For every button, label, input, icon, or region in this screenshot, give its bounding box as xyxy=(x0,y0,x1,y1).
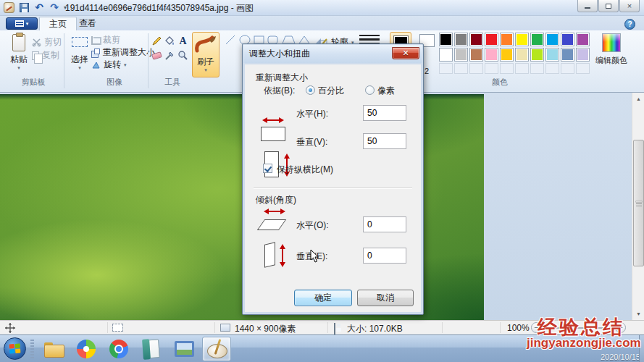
palette-swatch[interactable] xyxy=(545,63,559,74)
close-button[interactable]: × xyxy=(619,0,640,12)
edit-colors-button[interactable]: 编辑颜色 xyxy=(593,33,630,66)
taskbar-app-browser-360[interactable] xyxy=(72,337,101,361)
rotate-button[interactable]: 旋转 ▾ xyxy=(91,59,127,71)
taskbar-app-chrome[interactable] xyxy=(104,337,133,361)
tray-date[interactable]: 2020/10/15 xyxy=(601,353,640,361)
taskbar-app-explorer[interactable] xyxy=(39,337,68,361)
rotate-icon xyxy=(91,60,101,70)
palette-swatch[interactable] xyxy=(469,63,483,74)
help-icon[interactable]: ? xyxy=(624,19,635,30)
copy-button[interactable]: 复制 xyxy=(32,49,59,62)
horizontal-arrow-icon xyxy=(262,117,284,124)
palette-swatch[interactable] xyxy=(454,48,468,62)
scroll-down-button[interactable]: ▼ xyxy=(632,308,644,320)
radio-pixels-label[interactable]: 像素 xyxy=(377,85,395,97)
tab-view[interactable]: 查看 xyxy=(70,17,106,30)
palette-swatch[interactable] xyxy=(530,33,544,46)
radio-percentage-label[interactable]: 百分比 xyxy=(318,85,344,97)
scroll-up-button[interactable]: ▲ xyxy=(632,93,644,105)
palette-swatch[interactable] xyxy=(561,63,574,74)
palette-swatch[interactable] xyxy=(454,33,468,46)
taskbar-app-paint[interactable] xyxy=(202,337,231,361)
fill-tool[interactable] xyxy=(164,35,176,47)
file-size-icon xyxy=(334,323,335,334)
radio-pixels[interactable] xyxy=(365,85,375,95)
window-title: 191d4114e0696e796d1f4f435078945a.jpg - 画… xyxy=(65,2,254,14)
cut-button[interactable]: 剪切 xyxy=(32,36,62,49)
pencil-tool[interactable] xyxy=(151,35,163,47)
cancel-button[interactable]: 取消 xyxy=(357,290,414,306)
crop-button[interactable]: 裁剪 xyxy=(91,34,120,46)
palette-swatch[interactable] xyxy=(515,33,529,46)
palette-swatch[interactable] xyxy=(576,33,590,46)
palette-row-1 xyxy=(439,33,591,46)
resize-button[interactable]: 重新调整大小 xyxy=(91,46,155,59)
image-group-label: 图像 xyxy=(101,77,127,88)
brushes-button[interactable]: 刷子 ▾ xyxy=(192,32,219,77)
palette-swatch[interactable] xyxy=(469,33,483,46)
start-button[interactable] xyxy=(4,337,26,360)
magnifier-tool[interactable] xyxy=(177,49,189,62)
taskbar-grip xyxy=(30,340,34,358)
file-menu-button[interactable]: ▾ xyxy=(6,17,38,30)
photo-viewer-icon xyxy=(175,341,194,357)
horizontal-resize-label: 水平(H): xyxy=(296,108,328,120)
eyedropper-icon xyxy=(164,50,175,61)
palette-swatch[interactable] xyxy=(500,63,514,74)
palette-swatch[interactable] xyxy=(561,33,574,46)
palette-swatch[interactable] xyxy=(485,33,498,46)
palette-swatch[interactable] xyxy=(454,63,468,74)
keep-aspect-label[interactable]: 保持纵横比(M) xyxy=(277,164,333,176)
scrollbar-thumb[interactable] xyxy=(633,140,644,266)
redo-icon[interactable]: ↷ xyxy=(49,1,60,13)
palette-swatch[interactable] xyxy=(485,63,498,74)
vertical-skew-input[interactable] xyxy=(363,248,406,264)
titlebar[interactable]: ↶ ↷ ▾ 191d4114e0696e796d1f4f435078945a.j… xyxy=(0,0,644,16)
taskbar-app-photo-viewer[interactable] xyxy=(170,337,198,361)
palette-swatch[interactable] xyxy=(439,33,453,46)
palette-swatch[interactable] xyxy=(500,33,514,46)
color2-label: 2 xyxy=(425,67,429,75)
eraser-tool[interactable] xyxy=(151,49,163,62)
dialog-body: 重新调整大小 依据(B): 百分比 像素 水平(H): 垂直(V): 保持纵横比… xyxy=(245,64,421,312)
palette-swatch[interactable] xyxy=(500,48,514,62)
radio-percentage[interactable] xyxy=(306,85,315,95)
dialog-close-button[interactable]: ✕ xyxy=(392,47,419,59)
palette-swatch[interactable] xyxy=(485,48,498,62)
horizontal-resize-input[interactable] xyxy=(363,105,406,121)
palette-swatch[interactable] xyxy=(545,48,559,62)
palette-swatch[interactable] xyxy=(439,63,453,74)
palette-swatch[interactable] xyxy=(439,48,453,62)
minimize-button[interactable] xyxy=(577,0,598,12)
vertical-resize-input[interactable] xyxy=(363,133,406,149)
ok-button[interactable]: 确定 xyxy=(294,290,352,306)
horizontal-resize-icon xyxy=(261,127,285,141)
palette-swatch[interactable] xyxy=(530,48,544,62)
taskbar-app-notepad[interactable] xyxy=(137,337,166,361)
palette-swatch[interactable] xyxy=(469,48,483,62)
text-tool[interactable]: A xyxy=(177,35,189,47)
vertical-scrollbar[interactable]: ▲ ▼ xyxy=(632,93,644,320)
save-icon[interactable] xyxy=(18,1,30,13)
restore-button[interactable] xyxy=(598,0,619,12)
statusbar-divider xyxy=(107,322,108,333)
paste-button[interactable]: 粘贴 ▾ xyxy=(6,33,32,76)
paint-app-icon[interactable] xyxy=(3,1,14,13)
fill-bucket-icon xyxy=(164,35,175,46)
palette-swatch[interactable] xyxy=(545,33,559,46)
palette-swatch[interactable] xyxy=(515,48,529,62)
undo-icon[interactable]: ↶ xyxy=(33,1,45,13)
color-picker-tool[interactable] xyxy=(164,49,176,62)
palette-swatch[interactable] xyxy=(530,63,544,74)
horizontal-skew-input[interactable] xyxy=(363,216,406,232)
skew-section-heading: 倾斜(角度) xyxy=(256,194,296,206)
palette-swatch[interactable] xyxy=(576,63,590,74)
select-button[interactable]: 选择 ▾ xyxy=(67,33,93,76)
horizontal-arrow-icon xyxy=(264,208,285,215)
watermark-url: jingyanzongjie.com xyxy=(527,336,641,350)
keep-aspect-checkbox[interactable] xyxy=(263,164,272,173)
palette-swatch[interactable] xyxy=(576,48,590,62)
color-palette xyxy=(439,33,591,75)
palette-swatch[interactable] xyxy=(561,48,574,62)
palette-swatch[interactable] xyxy=(515,63,529,74)
